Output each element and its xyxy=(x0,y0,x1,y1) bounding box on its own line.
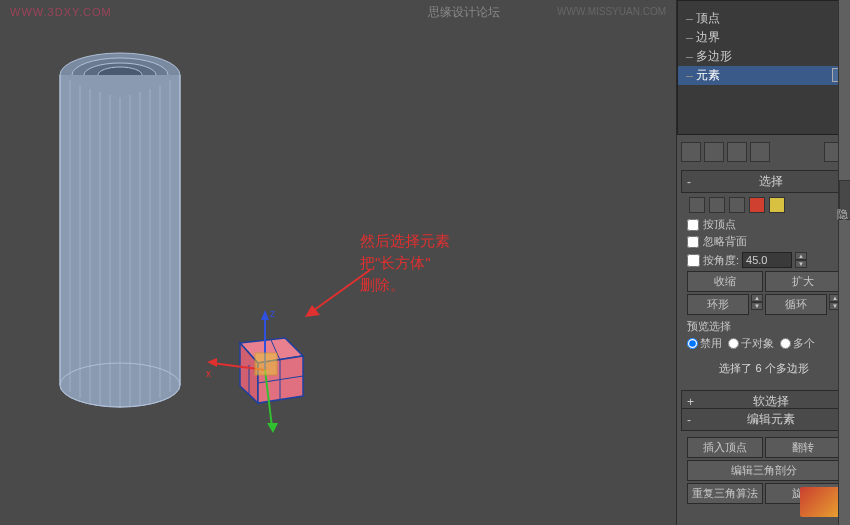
shrink-button[interactable]: 收缩 xyxy=(687,271,763,292)
subobj-border-icon[interactable] xyxy=(729,197,745,213)
subobj-element-icon[interactable] xyxy=(769,197,785,213)
preview-off-radio[interactable] xyxy=(687,338,698,349)
svg-marker-26 xyxy=(261,310,269,320)
subobj-edge-icon[interactable] xyxy=(709,197,725,213)
show-result-icon[interactable] xyxy=(704,142,724,162)
annotation-arrow xyxy=(300,265,380,325)
svg-marker-32 xyxy=(267,423,278,433)
pin-stack-icon[interactable] xyxy=(681,142,701,162)
loop-button[interactable]: 循环 xyxy=(765,294,827,315)
tree-item-element[interactable]: 元素 xyxy=(678,66,850,85)
preview-multi-radio[interactable] xyxy=(780,338,791,349)
svg-text:z: z xyxy=(270,308,275,319)
expand-toggle-icon: + xyxy=(687,395,697,409)
ring-spinner[interactable]: ▲▼ xyxy=(751,294,763,310)
stack-toolbar xyxy=(681,142,770,162)
selection-status: 选择了 6 个多边形 xyxy=(687,361,841,376)
by-vertex-checkbox[interactable] xyxy=(687,219,699,231)
bottom-logo xyxy=(800,487,840,517)
watermark-left: WWW.3DXY.COM xyxy=(10,6,112,18)
angle-input[interactable] xyxy=(742,252,792,268)
preview-label: 预览选择 xyxy=(687,319,841,334)
insert-vertex-button[interactable]: 插入顶点 xyxy=(687,437,763,458)
svg-line-34 xyxy=(310,270,370,313)
modifier-stack[interactable]: 顶点 边界 多边形 元素 xyxy=(677,0,850,135)
ignore-backface-checkbox[interactable] xyxy=(687,236,699,248)
collapse-toggle-icon: - xyxy=(687,175,697,189)
svg-text:x: x xyxy=(206,368,211,379)
svg-rect-33 xyxy=(255,353,277,375)
watermark-top: 思缘设计论坛 xyxy=(428,4,500,21)
subobj-polygon-icon[interactable] xyxy=(749,197,765,213)
edit-tri-button[interactable]: 编辑三角剖分 xyxy=(687,460,841,481)
right-edge-bar: 隐 xyxy=(838,0,850,525)
viewport[interactable]: WWW.3DXY.COM 思缘设计论坛 WWW.MISSYUAN.COM xyxy=(0,0,676,525)
ring-button[interactable]: 环形 xyxy=(687,294,749,315)
edge-tab[interactable]: 隐 xyxy=(839,180,850,220)
grow-button[interactable]: 扩大 xyxy=(765,271,841,292)
by-angle-checkbox[interactable] xyxy=(687,254,700,267)
watermark-url: WWW.MISSYUAN.COM xyxy=(557,6,666,17)
angle-spinner[interactable]: ▲▼ xyxy=(795,252,807,268)
svg-marker-29 xyxy=(207,358,217,367)
tree-item-polygon[interactable]: 多边形 xyxy=(678,47,850,66)
collapse-toggle-icon: - xyxy=(687,413,697,427)
tree-item-vertex[interactable]: 顶点 xyxy=(678,9,850,28)
edit-element-rollout-header[interactable]: - 编辑元素 xyxy=(681,408,847,431)
svg-line-31 xyxy=(265,370,272,427)
unique-icon[interactable] xyxy=(727,142,747,162)
subobj-vertex-icon[interactable] xyxy=(689,197,705,213)
retriangulate-button[interactable]: 重复三角算法 xyxy=(687,483,763,504)
command-panel: 顶点 边界 多边形 元素 - 选择 xyxy=(676,0,850,525)
remove-mod-icon[interactable] xyxy=(750,142,770,162)
tree-item-border[interactable]: 边界 xyxy=(678,28,850,47)
cylinder-object[interactable] xyxy=(55,50,185,410)
preview-subobj-radio[interactable] xyxy=(728,338,739,349)
flip-button[interactable]: 翻转 xyxy=(765,437,841,458)
selection-rollout-header[interactable]: - 选择 xyxy=(681,170,847,193)
